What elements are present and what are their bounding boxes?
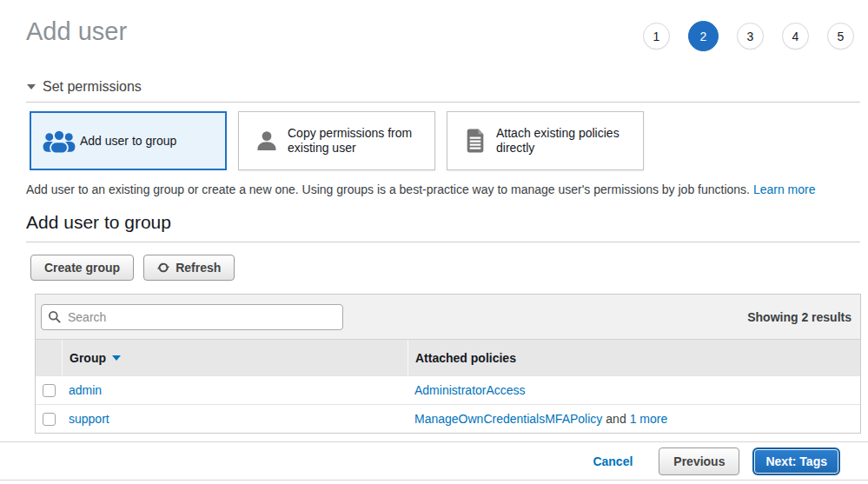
card-label: Attach existing policies directly [496, 126, 636, 156]
group-link[interactable]: admin [69, 383, 102, 397]
card-label: Copy permissions from existing user [288, 126, 427, 156]
step-1[interactable]: 1 [643, 23, 670, 50]
refresh-label: Refresh [176, 261, 221, 275]
policy-link[interactable]: ManageOwnCredentialsMFAPolicy [414, 412, 602, 426]
card-attach-policies[interactable]: Attach existing policies directly [447, 111, 644, 170]
create-group-button[interactable]: Create group [30, 255, 134, 281]
results-count: Showing 2 results [747, 310, 851, 324]
step-indicator: 1 2 3 4 5 [643, 21, 854, 51]
page-title: Add user [26, 17, 127, 46]
step-2-active[interactable]: 2 [688, 21, 719, 51]
user-icon [246, 129, 288, 153]
group-link[interactable]: support [69, 412, 109, 426]
section-divider [26, 242, 860, 242]
row-checkbox-cell [36, 405, 62, 433]
step-5[interactable]: 5 [827, 23, 854, 50]
search-input[interactable] [41, 304, 343, 330]
add-user-page: Add user 1 2 3 4 5 Set permissions A [0, 0, 868, 484]
group-column-label: Group [70, 351, 106, 365]
table-row-admin: admin AdministratorAccess [36, 375, 860, 404]
search-icon [48, 310, 62, 328]
card-label: Add user to group [80, 134, 180, 149]
group-cell: admin [62, 376, 407, 404]
wizard-footer: Cancel Previous Next: Tags [0, 441, 868, 481]
group-cell: support [62, 405, 407, 433]
refresh-icon [157, 262, 169, 274]
and-text: and [606, 412, 626, 426]
section-divider [26, 102, 860, 103]
row-checkbox-cell [36, 376, 62, 404]
users-group-icon [38, 129, 80, 153]
search-wrap [41, 304, 343, 330]
set-permissions-collapse-toggle[interactable]: Set permissions [27, 79, 142, 95]
document-icon [454, 129, 496, 153]
permissions-description: Add user to an existing group or create … [26, 182, 815, 196]
table-row-support: support ManageOwnCredentialsMFAPolicy an… [36, 404, 860, 433]
card-add-user-to-group[interactable]: Add user to group [30, 111, 227, 170]
description-text: Add user to an existing group or create … [26, 182, 750, 196]
card-copy-permissions[interactable]: Copy permissions from existing user [238, 111, 435, 170]
policies-cell: ManageOwnCredentialsMFAPolicy and 1 more [407, 405, 860, 433]
column-header-group[interactable]: Group [62, 340, 407, 375]
collapse-caret-icon [27, 84, 36, 90]
step-3[interactable]: 3 [737, 23, 764, 50]
previous-button[interactable]: Previous [659, 448, 739, 475]
groups-table: Showing 2 results Group Attached policie… [35, 294, 861, 434]
table-action-buttons: Create group Refresh [30, 255, 235, 281]
policies-cell: AdministratorAccess [407, 376, 860, 404]
more-policies-link[interactable]: 1 more [630, 412, 668, 426]
table-header-row: Group Attached policies [36, 339, 860, 375]
attached-policies-column-label: Attached policies [415, 351, 516, 365]
header-checkbox-cell [36, 340, 62, 375]
set-permissions-title: Set permissions [43, 79, 142, 95]
refresh-button[interactable]: Refresh [143, 255, 235, 281]
policy-link[interactable]: AdministratorAccess [414, 383, 526, 397]
next-tags-button[interactable]: Next: Tags [752, 448, 840, 475]
sort-descending-icon[interactable] [112, 355, 121, 361]
learn-more-link[interactable]: Learn more [753, 182, 816, 196]
row-checkbox[interactable] [43, 413, 56, 426]
column-header-attached-policies: Attached policies [407, 340, 860, 375]
add-user-to-group-heading: Add user to group [26, 212, 171, 233]
row-checkbox[interactable] [43, 384, 56, 397]
cancel-link[interactable]: Cancel [593, 454, 633, 468]
step-4[interactable]: 4 [782, 23, 809, 50]
permission-option-cards: Add user to group Copy permissions from … [30, 111, 644, 170]
table-toolbar: Showing 2 results [36, 295, 860, 339]
